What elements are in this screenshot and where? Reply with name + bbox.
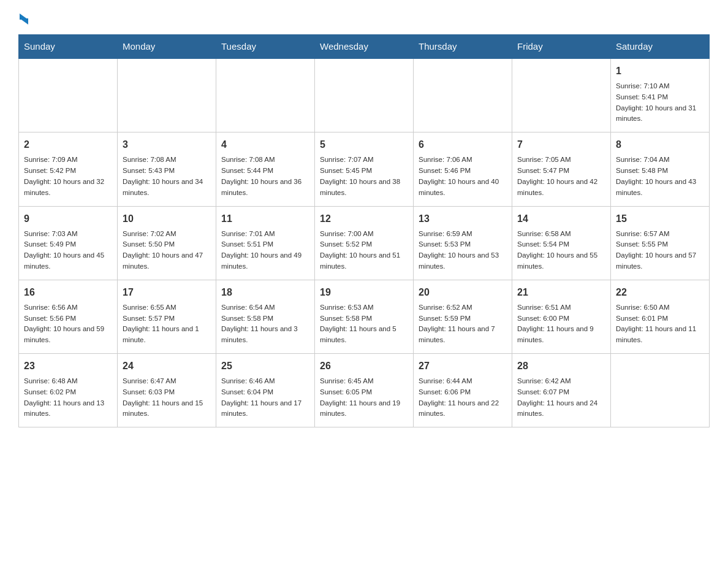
day-info: Sunrise: 6:48 AMSunset: 6:02 PMDaylight:… bbox=[24, 376, 112, 419]
day-info: Sunrise: 7:01 AMSunset: 5:51 PMDaylight:… bbox=[221, 229, 309, 272]
calendar-cell: 3Sunrise: 7:08 AMSunset: 5:43 PMDaylight… bbox=[118, 132, 216, 206]
day-info: Sunrise: 7:06 AMSunset: 5:46 PMDaylight:… bbox=[419, 155, 507, 198]
day-info: Sunrise: 6:59 AMSunset: 5:53 PMDaylight:… bbox=[419, 229, 507, 272]
calendar-cell bbox=[512, 58, 611, 132]
day-number: 9 bbox=[24, 212, 112, 226]
day-number: 26 bbox=[320, 359, 408, 373]
calendar-week-row: 9Sunrise: 7:03 AMSunset: 5:49 PMDaylight… bbox=[19, 206, 710, 280]
calendar-cell bbox=[19, 58, 118, 132]
calendar-cell: 19Sunrise: 6:53 AMSunset: 5:58 PMDayligh… bbox=[315, 280, 414, 353]
day-info: Sunrise: 6:58 AMSunset: 5:54 PMDaylight:… bbox=[517, 229, 605, 272]
day-number: 24 bbox=[123, 359, 211, 373]
calendar-week-row: 16Sunrise: 6:56 AMSunset: 5:56 PMDayligh… bbox=[19, 280, 710, 353]
day-info: Sunrise: 7:08 AMSunset: 5:43 PMDaylight:… bbox=[123, 155, 211, 198]
day-number: 28 bbox=[517, 359, 605, 373]
calendar-cell: 13Sunrise: 6:59 AMSunset: 5:53 PMDayligh… bbox=[414, 206, 512, 280]
calendar-cell bbox=[118, 58, 216, 132]
calendar-cell: 12Sunrise: 7:00 AMSunset: 5:52 PMDayligh… bbox=[315, 206, 414, 280]
day-number: 8 bbox=[616, 137, 704, 152]
calendar-cell: 16Sunrise: 6:56 AMSunset: 5:56 PMDayligh… bbox=[19, 280, 118, 353]
calendar-cell: 14Sunrise: 6:58 AMSunset: 5:54 PMDayligh… bbox=[512, 206, 611, 280]
day-info: Sunrise: 7:10 AMSunset: 5:41 PMDaylight:… bbox=[616, 81, 704, 124]
calendar-week-row: 1Sunrise: 7:10 AMSunset: 5:41 PMDaylight… bbox=[19, 58, 710, 132]
calendar-cell: 24Sunrise: 6:47 AMSunset: 6:03 PMDayligh… bbox=[118, 354, 216, 427]
day-info: Sunrise: 6:55 AMSunset: 5:57 PMDaylight:… bbox=[123, 302, 211, 346]
day-info: Sunrise: 6:47 AMSunset: 6:03 PMDaylight:… bbox=[123, 376, 211, 419]
day-info: Sunrise: 7:08 AMSunset: 5:44 PMDaylight:… bbox=[221, 155, 309, 198]
day-number: 17 bbox=[123, 285, 211, 300]
day-info: Sunrise: 6:42 AMSunset: 6:07 PMDaylight:… bbox=[517, 376, 605, 419]
calendar-cell: 8Sunrise: 7:04 AMSunset: 5:48 PMDaylight… bbox=[611, 132, 710, 206]
day-info: Sunrise: 7:00 AMSunset: 5:52 PMDaylight:… bbox=[320, 229, 408, 272]
weekday-header-saturday: Saturday bbox=[611, 35, 710, 59]
day-number: 22 bbox=[616, 285, 704, 300]
calendar-cell: 25Sunrise: 6:46 AMSunset: 6:04 PMDayligh… bbox=[216, 354, 315, 427]
day-number: 23 bbox=[24, 359, 112, 373]
calendar-week-row: 2Sunrise: 7:09 AMSunset: 5:42 PMDaylight… bbox=[19, 132, 710, 206]
calendar-cell bbox=[611, 354, 710, 427]
calendar-cell: 10Sunrise: 7:02 AMSunset: 5:50 PMDayligh… bbox=[118, 206, 216, 280]
day-info: Sunrise: 7:02 AMSunset: 5:50 PMDaylight:… bbox=[123, 229, 211, 272]
day-info: Sunrise: 6:56 AMSunset: 5:56 PMDaylight:… bbox=[24, 302, 112, 346]
day-number: 14 bbox=[517, 212, 605, 226]
day-number: 19 bbox=[320, 285, 408, 300]
day-number: 27 bbox=[419, 359, 507, 373]
calendar-cell: 6Sunrise: 7:06 AMSunset: 5:46 PMDaylight… bbox=[414, 132, 512, 206]
day-number: 11 bbox=[221, 212, 309, 226]
calendar-cell: 22Sunrise: 6:50 AMSunset: 6:01 PMDayligh… bbox=[611, 280, 710, 353]
day-number: 10 bbox=[123, 212, 211, 226]
day-number: 21 bbox=[517, 285, 605, 300]
calendar-cell bbox=[414, 58, 512, 132]
day-number: 15 bbox=[616, 212, 704, 226]
day-info: Sunrise: 7:05 AMSunset: 5:47 PMDaylight:… bbox=[517, 155, 605, 198]
day-number: 5 bbox=[320, 137, 408, 152]
weekday-header-friday: Friday bbox=[512, 35, 611, 59]
weekday-header-monday: Monday bbox=[118, 35, 216, 59]
calendar-cell bbox=[216, 58, 315, 132]
weekday-header-sunday: Sunday bbox=[19, 35, 118, 59]
day-number: 1 bbox=[616, 64, 704, 79]
calendar-cell bbox=[315, 58, 414, 132]
day-info: Sunrise: 7:03 AMSunset: 5:49 PMDaylight:… bbox=[24, 229, 112, 272]
day-info: Sunrise: 6:57 AMSunset: 5:55 PMDaylight:… bbox=[616, 229, 704, 272]
day-info: Sunrise: 7:07 AMSunset: 5:45 PMDaylight:… bbox=[320, 155, 408, 198]
day-info: Sunrise: 6:53 AMSunset: 5:58 PMDaylight:… bbox=[320, 302, 408, 346]
day-number: 7 bbox=[517, 137, 605, 152]
day-number: 2 bbox=[24, 137, 112, 152]
day-number: 4 bbox=[221, 137, 309, 152]
calendar-cell: 18Sunrise: 6:54 AMSunset: 5:58 PMDayligh… bbox=[216, 280, 315, 353]
calendar-cell: 27Sunrise: 6:44 AMSunset: 6:06 PMDayligh… bbox=[414, 354, 512, 427]
day-number: 25 bbox=[221, 359, 309, 373]
day-info: Sunrise: 6:52 AMSunset: 5:59 PMDaylight:… bbox=[419, 302, 507, 346]
page-header bbox=[18, 12, 710, 25]
weekday-header-thursday: Thursday bbox=[414, 35, 512, 59]
calendar-cell: 9Sunrise: 7:03 AMSunset: 5:49 PMDaylight… bbox=[19, 206, 118, 280]
calendar-cell: 4Sunrise: 7:08 AMSunset: 5:44 PMDaylight… bbox=[216, 132, 315, 206]
day-number: 3 bbox=[123, 137, 211, 152]
calendar-cell: 5Sunrise: 7:07 AMSunset: 5:45 PMDaylight… bbox=[315, 132, 414, 206]
day-info: Sunrise: 6:51 AMSunset: 6:00 PMDaylight:… bbox=[517, 302, 605, 346]
calendar-table: SundayMondayTuesdayWednesdayThursdayFrid… bbox=[18, 34, 710, 427]
calendar-cell: 23Sunrise: 6:48 AMSunset: 6:02 PMDayligh… bbox=[19, 354, 118, 427]
day-number: 13 bbox=[419, 212, 507, 226]
calendar-cell: 26Sunrise: 6:45 AMSunset: 6:05 PMDayligh… bbox=[315, 354, 414, 427]
day-number: 16 bbox=[24, 285, 112, 300]
day-number: 18 bbox=[221, 285, 309, 300]
day-number: 6 bbox=[419, 137, 507, 152]
day-number: 12 bbox=[320, 212, 408, 226]
day-info: Sunrise: 6:50 AMSunset: 6:01 PMDaylight:… bbox=[616, 302, 704, 346]
day-info: Sunrise: 6:45 AMSunset: 6:05 PMDaylight:… bbox=[320, 376, 408, 419]
calendar-cell: 21Sunrise: 6:51 AMSunset: 6:00 PMDayligh… bbox=[512, 280, 611, 353]
weekday-header-tuesday: Tuesday bbox=[216, 35, 315, 59]
calendar-cell: 15Sunrise: 6:57 AMSunset: 5:55 PMDayligh… bbox=[611, 206, 710, 280]
day-info: Sunrise: 6:54 AMSunset: 5:58 PMDaylight:… bbox=[221, 302, 309, 346]
day-info: Sunrise: 6:46 AMSunset: 6:04 PMDaylight:… bbox=[221, 376, 309, 419]
calendar-header-row: SundayMondayTuesdayWednesdayThursdayFrid… bbox=[19, 35, 710, 59]
calendar-cell: 20Sunrise: 6:52 AMSunset: 5:59 PMDayligh… bbox=[414, 280, 512, 353]
calendar-cell: 2Sunrise: 7:09 AMSunset: 5:42 PMDaylight… bbox=[19, 132, 118, 206]
weekday-header-wednesday: Wednesday bbox=[315, 35, 414, 59]
day-info: Sunrise: 6:44 AMSunset: 6:06 PMDaylight:… bbox=[419, 376, 507, 419]
calendar-cell: 11Sunrise: 7:01 AMSunset: 5:51 PMDayligh… bbox=[216, 206, 315, 280]
calendar-cell: 7Sunrise: 7:05 AMSunset: 5:47 PMDaylight… bbox=[512, 132, 611, 206]
logo bbox=[18, 12, 28, 25]
